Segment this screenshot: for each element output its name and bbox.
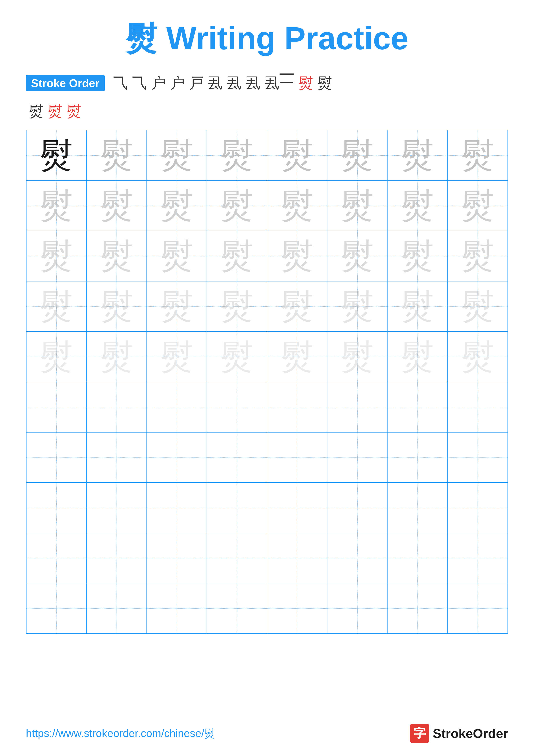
empty-practice-cell[interactable] <box>207 533 267 583</box>
empty-practice-cell[interactable] <box>147 533 207 583</box>
practice-char: 熨 <box>401 233 434 279</box>
grid-cell: 熨 <box>147 130 207 180</box>
empty-practice-cell[interactable] <box>447 533 508 583</box>
grid-cell: 熨 <box>207 332 267 382</box>
empty-practice-cell[interactable] <box>267 432 327 483</box>
empty-practice-cell[interactable] <box>26 533 87 583</box>
grid-cell: 熨 <box>87 281 146 332</box>
practice-char: 熨 <box>160 133 193 178</box>
practice-char: 熨 <box>39 183 73 228</box>
grid-cell: 熨 <box>387 281 447 332</box>
empty-practice-cell[interactable] <box>327 482 387 533</box>
empty-practice-cell[interactable] <box>87 583 146 634</box>
empty-practice-cell[interactable] <box>387 382 447 432</box>
grid-cell: 熨 <box>327 231 387 281</box>
logo-icon: 字 <box>410 724 429 743</box>
empty-practice-cell[interactable] <box>207 482 267 533</box>
empty-practice-cell[interactable] <box>26 432 87 483</box>
stroke-4: 户 <box>170 73 185 93</box>
stroke-order-section: Stroke Order ⺄ ⺄ 户 户 戸 厾 厾 厾 厾一 熨 熨 <box>26 73 508 93</box>
empty-practice-cell[interactable] <box>447 382 508 432</box>
empty-practice-cell[interactable] <box>87 382 146 432</box>
empty-practice-cell[interactable] <box>387 533 447 583</box>
empty-practice-cell[interactable] <box>387 583 447 634</box>
empty-practice-cell[interactable] <box>207 432 267 483</box>
grid-cell: 熨 <box>267 231 327 281</box>
empty-practice-cell[interactable] <box>267 583 327 634</box>
grid-cell: 熨 <box>327 332 387 382</box>
grid-cell: 熨 <box>387 332 447 382</box>
practice-char: 熨 <box>220 133 254 178</box>
empty-practice-cell[interactable] <box>327 533 387 583</box>
empty-practice-cell[interactable] <box>387 432 447 483</box>
stroke-8: 厾 <box>246 73 261 93</box>
grid-cell: 熨 <box>87 180 146 231</box>
empty-practice-cell[interactable] <box>327 382 387 432</box>
empty-practice-cell[interactable] <box>26 382 87 432</box>
empty-practice-cell[interactable] <box>267 382 327 432</box>
empty-practice-cell[interactable] <box>447 482 508 533</box>
practice-char: 熨 <box>401 183 434 228</box>
page-title: 熨 Writing Practice <box>26 17 508 60</box>
footer: https://www.strokeorder.com/chinese/熨 字 … <box>26 724 508 743</box>
practice-char: 熨 <box>341 284 374 329</box>
grid-cell: 熨 <box>207 180 267 231</box>
stroke-9: 厾一 <box>265 73 294 93</box>
practice-char: 熨 <box>341 233 374 279</box>
practice-char: 熨 <box>100 334 133 379</box>
stroke-12: 熨 <box>29 101 43 121</box>
empty-practice-cell[interactable] <box>147 382 207 432</box>
grid-cell: 熨 <box>267 180 327 231</box>
practice-char: 熨 <box>100 183 133 228</box>
stroke-3: 户 <box>151 73 166 93</box>
stroke-2: ⺄ <box>132 73 147 93</box>
empty-practice-cell[interactable] <box>327 583 387 634</box>
footer-url[interactable]: https://www.strokeorder.com/chinese/熨 <box>26 726 215 741</box>
practice-char: 熨 <box>220 284 254 329</box>
grid-cell: 熨 <box>327 130 387 180</box>
grid-cell: 熨 <box>147 332 207 382</box>
grid-cell: 熨 <box>147 180 207 231</box>
empty-practice-cell[interactable] <box>447 432 508 483</box>
practice-char: 熨 <box>39 284 73 329</box>
stroke-13: 熨 <box>48 101 63 121</box>
practice-char: 熨 <box>160 183 193 228</box>
grid-cell: 熨 <box>447 180 508 231</box>
empty-practice-cell[interactable] <box>387 482 447 533</box>
practice-char: 熨 <box>461 133 495 178</box>
empty-practice-cell[interactable] <box>26 583 87 634</box>
grid-cell: 熨 <box>447 332 508 382</box>
empty-practice-cell[interactable] <box>147 432 207 483</box>
practice-char: 熨 <box>341 183 374 228</box>
practice-char: 熨 <box>280 334 314 379</box>
empty-practice-cell[interactable] <box>267 533 327 583</box>
logo-name: StrokeOrder <box>433 726 508 741</box>
practice-char: 熨 <box>160 284 193 329</box>
empty-practice-cell[interactable] <box>26 482 87 533</box>
practice-grid: 熨 熨 熨 熨 熨 熨 熨 熨 熨 熨 熨 熨 熨 熨 熨 熨 熨 熨 熨 熨 … <box>26 130 508 634</box>
empty-practice-cell[interactable] <box>327 432 387 483</box>
practice-char: 熨 <box>461 334 495 379</box>
empty-practice-cell[interactable] <box>87 432 146 483</box>
grid-cell: 熨 <box>207 130 267 180</box>
stroke-7: 厾 <box>227 73 242 93</box>
empty-practice-cell[interactable] <box>207 382 267 432</box>
empty-practice-cell[interactable] <box>267 482 327 533</box>
practice-char: 熨 <box>100 233 133 279</box>
empty-practice-cell[interactable] <box>207 583 267 634</box>
empty-practice-cell[interactable] <box>447 583 508 634</box>
practice-char: 熨 <box>220 233 254 279</box>
empty-practice-cell[interactable] <box>87 482 146 533</box>
empty-practice-cell[interactable] <box>147 482 207 533</box>
grid-cell: 熨 <box>327 180 387 231</box>
grid-cell: 熨 <box>207 281 267 332</box>
stroke-chars-row2: 熨 熨 熨 <box>27 101 508 121</box>
empty-practice-cell[interactable] <box>87 533 146 583</box>
practice-char: 熨 <box>100 133 133 178</box>
practice-char: 熨 <box>100 284 133 329</box>
grid-cell: 熨 <box>447 130 508 180</box>
grid-cell: 熨 <box>147 231 207 281</box>
empty-practice-cell[interactable] <box>147 583 207 634</box>
grid-cell: 熨 <box>387 231 447 281</box>
stroke-6: 厾 <box>208 73 223 93</box>
